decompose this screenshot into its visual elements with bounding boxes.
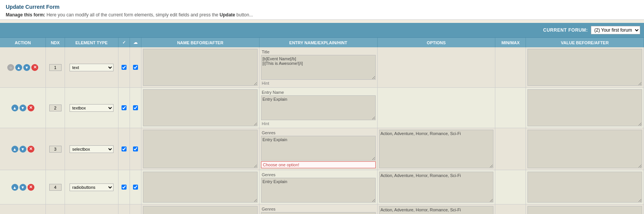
th-minmax: MIN/MAX [495,38,526,47]
move-up-button[interactable]: ▲ [15,64,22,71]
delete-button[interactable]: ✕ [31,64,38,71]
ndx-input[interactable] [49,184,62,191]
table-row: ▲▼✕texttextboxselectboxradiobuttonscheck… [0,88,644,128]
action-cell: ▲▼✕ [0,204,46,214]
name-cell [141,47,260,87]
check2-checkbox[interactable] [133,65,138,70]
rows-container: ○▲▼✕texttextboxselectboxradiobuttonschec… [0,47,644,214]
name-cell [141,128,260,170]
type-select[interactable]: texttextboxselectboxradiobuttonscheckbox [70,183,114,191]
hint-text: Hint [261,121,376,126]
type-cell: texttextboxselectboxradiobuttonscheckbox [65,88,118,128]
name-textarea[interactable] [143,172,258,203]
minmax-cell [495,47,526,87]
value-textarea[interactable] [527,49,642,86]
ndx-cell [46,47,65,87]
ndx-input[interactable] [49,64,62,71]
ndx-input[interactable] [49,146,62,153]
entry-textarea[interactable] [261,55,376,80]
forum-select[interactable]: (2) Your first forum (1) General Forum [591,26,640,34]
move-down-button[interactable]: ▼ [19,146,26,153]
entry-textarea[interactable] [261,95,376,120]
table-row: ▲▼✕texttextboxselectboxradiobuttonscheck… [0,204,644,214]
entry-textarea[interactable] [261,212,376,214]
name-textarea[interactable] [143,206,258,214]
check2-cell [130,128,141,170]
type-select[interactable]: texttextboxselectboxradiobuttonscheckbox [70,64,114,71]
ndx-cell [46,204,65,214]
entry-label: Genres [261,206,376,211]
content-wrap: CURRENT FORUM: (2) Your first forum (1) … [0,23,644,214]
minmax-cell [495,88,526,128]
move-up-button[interactable]: ▲ [11,105,18,111]
check1-cell [118,170,130,204]
options-cell [378,128,496,170]
delete-button[interactable]: ✕ [28,146,34,153]
entry-label: Genres [261,130,376,135]
check1-checkbox[interactable] [122,65,127,70]
action-cell: ▲▼✕ [0,170,46,204]
table-header: ACTION NDX ELEMENT TYPE ✓ ☁ NAME BEFORE/… [0,37,644,47]
page-subtitle: Manage this form: Here you can modify al… [6,12,638,18]
th-check1: ✓ [118,38,130,47]
page-header: Update Current Form Manage this form: He… [0,0,644,20]
th-value: VALUE BEFORE/AFTER [526,38,644,47]
th-element-type: ELEMENT TYPE [65,38,118,47]
name-textarea[interactable] [143,49,258,86]
check1-checkbox[interactable] [122,105,127,110]
ndx-cell [46,88,65,128]
move-down-button[interactable]: ▼ [23,64,30,71]
name-textarea[interactable] [143,130,258,168]
name-textarea[interactable] [143,89,258,126]
check2-cell [130,88,141,128]
action-cell: ○▲▼✕ [0,47,46,87]
check2-checkbox[interactable] [133,146,138,151]
th-name: NAME BEFORE/AFTER [141,38,260,47]
check1-checkbox[interactable] [122,185,127,190]
check2-checkbox[interactable] [133,185,138,190]
ndx-input[interactable] [49,105,62,111]
value-textarea[interactable] [527,206,642,214]
gray-action-button[interactable]: ○ [7,64,14,71]
value-textarea[interactable] [527,89,642,126]
entry-textarea[interactable] [261,136,376,161]
type-cell: texttextboxselectboxradiobuttonscheckbox [65,204,118,214]
value-textarea[interactable] [527,172,642,203]
entry-label: Entry Name [261,89,376,95]
value-cell [526,204,644,214]
current-forum-label: CURRENT FORUM: [543,27,588,33]
check1-cell [118,47,130,87]
th-entry: ENTRY NAME/EXPLAIN/HINT [260,38,378,47]
ndx-cell [46,170,65,204]
entry-cell: Genres [260,170,378,204]
move-down-button[interactable]: ▼ [19,105,26,111]
check1-cell [118,204,130,214]
ndx-cell [46,128,65,170]
type-select[interactable]: texttextboxselectboxradiobuttonscheckbox [70,145,114,153]
table-row: ○▲▼✕texttextboxselectboxradiobuttonschec… [0,47,644,88]
subtitle-manage: Manage this form: [6,12,45,18]
delete-button[interactable]: ✕ [28,105,34,111]
check2-cell [130,47,141,87]
type-select[interactable]: texttextboxselectboxradiobuttonscheckbox [70,104,114,112]
value-textarea[interactable] [527,130,642,168]
value-cell [526,128,644,170]
type-cell: texttextboxselectboxradiobuttonscheckbox [65,47,118,87]
choose-option-input[interactable] [261,161,376,168]
check2-cell [130,204,141,214]
check1-checkbox[interactable] [122,146,127,151]
subtitle-text: Here you can modify all of the current f… [47,12,220,18]
name-cell [141,88,260,128]
move-down-button[interactable]: ▼ [19,184,26,191]
options-textarea[interactable] [379,172,494,203]
check1-cell [118,128,130,170]
entry-cell: Genres [260,204,378,214]
options-textarea[interactable] [379,130,494,168]
move-up-button[interactable]: ▲ [11,184,18,191]
delete-button[interactable]: ✕ [28,184,34,191]
options-textarea[interactable] [379,206,494,214]
th-ndx: NDX [46,38,65,47]
check2-checkbox[interactable] [133,105,138,110]
entry-textarea[interactable] [261,178,376,203]
move-up-button[interactable]: ▲ [11,146,18,153]
